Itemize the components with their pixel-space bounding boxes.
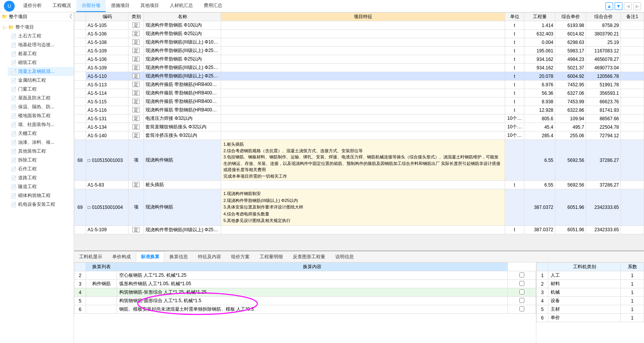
cell-check[interactable] bbox=[508, 297, 536, 305]
tab-price-plan[interactable]: 组价方案 bbox=[226, 251, 255, 262]
conversion-row-3[interactable]: 3 构件钢筋 弧形构件钢筋 人工*1.05, 机械*1.05 bbox=[74, 280, 536, 288]
table-row[interactable]: A1-5-106 定 现浇构件带肋钢筋 Φ25以内 t 934.162 4984… bbox=[74, 55, 644, 64]
sidebar-item-foundation[interactable]: 📄 地基处理与边坡... bbox=[8, 40, 74, 49]
sidebar-item-wall-decor[interactable]: 📄 墙、柱面装饰与... bbox=[8, 120, 74, 129]
cell-check[interactable] bbox=[508, 305, 536, 314]
cell-name: 电渣压力焊接 Φ32以内 bbox=[144, 114, 221, 123]
cell-unit: t bbox=[505, 55, 524, 64]
conversion-checkbox-5[interactable] bbox=[519, 298, 524, 303]
table-row[interactable]: A1-5-110 定 现浇构件带肋钢筋(III级以上) Φ25以外 t 20.0… bbox=[74, 72, 644, 81]
table-row[interactable]: A1-5-140 定 套筒冷挤压接头 Φ32以内 10个… 285.4 255.… bbox=[74, 131, 644, 140]
sidebar-item-road[interactable]: 📄 道路工程 bbox=[8, 173, 74, 182]
sidebar-item-earthwork[interactable]: 📄 土石方工程 bbox=[8, 32, 74, 40]
cell-code: A1-5-109 bbox=[86, 64, 128, 72]
conversion-row-5[interactable]: 5 构筑物钢筋-圆形综合 人工*1.5, 机械*1.5 bbox=[74, 297, 536, 305]
sidebar-item-metal[interactable]: 📄 金属结构工程 bbox=[8, 76, 74, 85]
conversion-row-4[interactable]: 4 构筑物钢筋-矩形综合 人工*1.25, 机械*1.25 bbox=[74, 288, 536, 297]
sidebar-item-masonry[interactable]: 📄 砌筑工程 bbox=[8, 58, 74, 67]
table-row[interactable]: A1-5-108 定 现浇构件带肋钢筋(III级以上) Φ10以内 t 0.00… bbox=[74, 38, 644, 47]
sidebar-item-stone[interactable]: 📄 石作工程 bbox=[8, 165, 74, 173]
cell-check[interactable] bbox=[508, 288, 536, 297]
cell-check[interactable] bbox=[508, 280, 536, 288]
table-row[interactable]: A1-5-134 定 套筒直螺纹钢筋接头 Φ32以内 10个… 45.4 495… bbox=[74, 123, 644, 131]
collapse-button[interactable]: 《 bbox=[67, 13, 72, 20]
nav-forward-arrow[interactable]: ▶ bbox=[633, 2, 641, 10]
sidebar-item-mep[interactable]: 📄 机电设备安装工程 bbox=[8, 200, 74, 209]
cell-code: □010515001004 bbox=[86, 189, 128, 226]
cell-code: A1-5-140 bbox=[86, 131, 128, 140]
cell-check[interactable] bbox=[508, 271, 536, 280]
sidebar-item-other-decor[interactable]: 📄 其他装饰工程 bbox=[8, 147, 74, 156]
tab-quantity-detail[interactable]: 工程量明细 bbox=[255, 251, 288, 262]
sidebar-item-demolish[interactable]: 📄 拆除工程 bbox=[8, 156, 74, 165]
conversion-row-2[interactable]: 2 空心板钢筋 人工*1.25, 机械*1.25 bbox=[74, 271, 536, 280]
cell-type: 项 bbox=[128, 189, 144, 226]
conversion-row-6[interactable]: 6 钢筋、模板安装好尚未浇混凝土时需单独拆除钢筋、模板 人工*0.3 bbox=[74, 305, 536, 314]
table-row[interactable]: A1-5-109 定 现浇构件带肋钢筋(III级以上) Φ25以内 t 195.… bbox=[74, 47, 644, 55]
cell-qty: 6.55 bbox=[524, 140, 555, 181]
nav-item-other[interactable]: 其他项目 bbox=[135, 0, 164, 12]
sidebar-item-masonry-struct[interactable]: 📄 砌体构筑物工程 bbox=[8, 191, 74, 200]
coeff-row-3[interactable]: 3 机械 1 bbox=[537, 288, 644, 297]
table-row[interactable]: A1-5-116 定 现浇构件箍筋 带肋钢筋(HRB400以上) Φ10以外 t… bbox=[74, 106, 644, 114]
nav-item-cost[interactable]: 费用汇总 bbox=[198, 0, 228, 12]
table-row[interactable]: A1-5-105 定 现浇构件带肋钢筋 Φ10以内 t 1.414 6193.9… bbox=[74, 21, 644, 30]
conversion-checkbox-4[interactable] bbox=[519, 289, 524, 294]
cell-name: 现浇构件箍筋 带肋钢筋(HRB400以上) Φ10以内 bbox=[144, 98, 221, 106]
sidebar-item-insulation[interactable]: 📄 保温、隔热、防... bbox=[8, 103, 74, 111]
sidebar-item-floor-decor[interactable]: 📄 楼地面装饰工程 bbox=[8, 111, 74, 120]
table-row[interactable]: A1-5-83 定 桩头插筋 t 6.55 5692.56 37286.27 bbox=[74, 181, 644, 189]
sidebar-item-tunnel[interactable]: 📄 隧道工程 bbox=[8, 182, 74, 191]
table-row[interactable]: A1-5-114 定 现浇构件箍筋 带肋钢筋(HRB400内) Φ10以外 t … bbox=[74, 89, 644, 98]
table-row[interactable]: A1-5-106 定 现浇构件带肋钢筋 Φ25以内 t 632.403 6014… bbox=[74, 30, 644, 38]
conversion-checkbox-6[interactable] bbox=[519, 306, 524, 311]
tab-graphic-quantity[interactable]: 反查图形工程量 bbox=[288, 251, 330, 262]
user-avatar[interactable]: U bbox=[4, 1, 15, 12]
cell-unit: t bbox=[505, 106, 524, 114]
sidebar-item-ceiling[interactable]: 📄 天棚工程 bbox=[8, 129, 74, 138]
sidebar-item-root[interactable]: ▷ 📁 整个项目 bbox=[0, 23, 74, 32]
sidebar-item-door[interactable]: 📄 门窗工程 bbox=[8, 85, 74, 94]
coeff-row-2[interactable]: 2 材料 1 bbox=[537, 280, 644, 288]
conversion-checkbox-2[interactable] bbox=[519, 272, 524, 277]
tab-materials[interactable]: 工料机显示 bbox=[74, 251, 107, 262]
table-row-68[interactable]: 68 □010515001003 项 现浇构件钢筋 1.桩头插筋 2.综合考虑钢… bbox=[74, 140, 644, 181]
nav-item-materials[interactable]: 人材机汇总 bbox=[164, 0, 198, 12]
coeff-row-1[interactable]: 1 人工 1 bbox=[537, 271, 644, 280]
conversion-checkbox-3[interactable] bbox=[519, 281, 524, 286]
nav-back-arrow[interactable]: ◀ bbox=[624, 2, 632, 10]
tab-features[interactable]: 特征及内容 bbox=[193, 251, 226, 262]
table-row[interactable]: A1-5-131 定 电渣压力焊接 Φ32以内 10个… 805.6 109.9… bbox=[74, 114, 644, 123]
sidebar-item-paint[interactable]: 📄 油漆、涂料、裱... bbox=[8, 138, 74, 147]
table-row[interactable]: A1-5-109 定 现浇构件带肋钢筋(III级以上) Φ25以内 t 934.… bbox=[74, 64, 644, 72]
nav-item-heritage[interactable]: 遗价分析 bbox=[18, 0, 47, 12]
cell-note bbox=[621, 81, 644, 89]
tab-standard-conversion[interactable]: 标准换算 bbox=[136, 251, 164, 262]
table-row-69[interactable]: 69 □010515001004 项 现浇构件钢筋 1.现浇构件钢筋制安 2.现… bbox=[74, 189, 644, 226]
coeff-row-5[interactable]: 5 主材 1 bbox=[537, 305, 644, 314]
tab-conversion-info[interactable]: 换算信息 bbox=[164, 251, 193, 262]
coeff-row-4[interactable]: 4 设备 1 bbox=[537, 297, 644, 305]
nav-up-arrow[interactable]: ▲ bbox=[605, 2, 613, 10]
table-row[interactable]: A1-5-109 定 现浇构件带肋钢筋(III级以上) Φ25以内 t 387.… bbox=[74, 225, 644, 234]
cell-total: 25.19 bbox=[586, 38, 621, 47]
table-row[interactable]: A1-5-113 定 现浇构件箍筋 带肋钢筋(HRB400内) Φ10以内 t … bbox=[74, 81, 644, 89]
sidebar-item-concrete[interactable]: 📄 混凝土及钢筋混... bbox=[8, 67, 74, 76]
nav-item-measures[interactable]: 措施项目 bbox=[106, 0, 135, 12]
cell-seq bbox=[74, 89, 86, 98]
sidebar-item-pile[interactable]: 📄 桩基工程 bbox=[8, 49, 74, 58]
tab-unit-price[interactable]: 单价构成 bbox=[107, 251, 136, 262]
file-icon: 📄 bbox=[11, 175, 17, 181]
nav-item-sections[interactable]: 分部分项 bbox=[76, 0, 106, 12]
tab-note[interactable]: 说明信息 bbox=[330, 251, 359, 262]
coeff-row-6[interactable]: 6 单价 1 bbox=[537, 314, 644, 322]
table-row[interactable]: A1-5-115 定 现浇构件箍筋 带肋钢筋(HRB400以上) Φ10以内 t… bbox=[74, 98, 644, 106]
sidebar-item-roof[interactable]: 📄 屋面及防水工程 bbox=[8, 94, 74, 103]
cell-note bbox=[621, 21, 644, 30]
cell-total: 3803790.21 bbox=[586, 30, 621, 38]
cell-coeff: 1 bbox=[621, 305, 644, 314]
cell-type: 主材 bbox=[548, 305, 621, 314]
sidebar-children: 📄 土石方工程 📄 地基处理与边坡... 📄 桩基工程 📄 砌筑工程 📄 bbox=[0, 32, 74, 209]
nav-item-overview[interactable]: 工程概况 bbox=[47, 0, 76, 12]
nav-down-arrow[interactable]: ▼ bbox=[615, 2, 622, 10]
